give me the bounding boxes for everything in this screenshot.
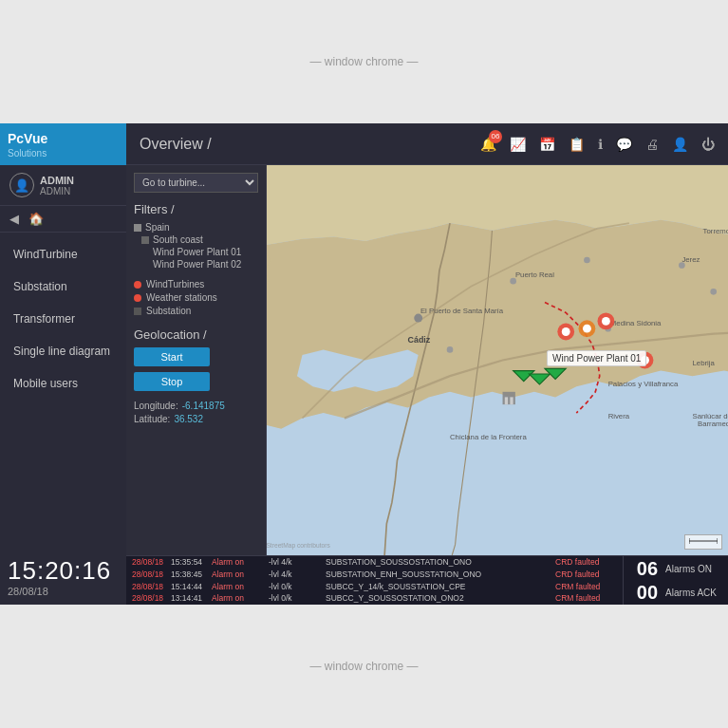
legend-windturbines: WindTurbines: [134, 279, 258, 289]
alarms-on-label: Alarms ON: [665, 564, 712, 574]
longitude-value: -6.141875: [182, 401, 225, 411]
svg-text:Medina Sidonia: Medina Sidonia: [610, 319, 662, 327]
svg-point-25: [562, 327, 570, 336]
home-icon[interactable]: 🏠: [28, 212, 44, 226]
coords-section: Longitude: -6.141875 Latitude: 36.532: [134, 401, 258, 424]
svg-text:Palacios y Villafranca: Palacios y Villafranca: [608, 380, 679, 388]
svg-text:Jerez: Jerez: [681, 255, 700, 264]
filter-wpp01[interactable]: Wind Power Plant 01: [134, 247, 258, 257]
left-panel: Go to turbine... Filters / Spain: [126, 165, 267, 555]
svg-text:© OpenStreetMap contributors: © OpenStreetMap contributors: [267, 542, 330, 550]
map-label-wpp01: Wind Power Plant 01: [547, 350, 646, 366]
filter-spain[interactable]: Spain: [134, 222, 258, 233]
svg-point-4: [447, 346, 454, 353]
sidebar-item-substation[interactable]: Substation: [0, 271, 126, 303]
svg-text:El Puerto de Santa María: El Puerto de Santa María: [420, 307, 504, 315]
turbine-dropdown[interactable]: Go to turbine...: [134, 173, 258, 193]
info-icon[interactable]: ℹ: [598, 137, 603, 152]
svg-point-27: [583, 325, 591, 333]
legend-section: WindTurbines Weather stations Substation: [134, 279, 258, 316]
svg-text:Torremolinos: Torremolinos: [703, 227, 728, 235]
latitude-label: Latitude:: [134, 414, 170, 424]
calendar-icon[interactable]: 📅: [539, 137, 555, 152]
sidebar-item-mobileusers[interactable]: Mobile users: [0, 367, 126, 400]
notification-badge: 06: [489, 130, 502, 143]
user-role: ADMIN: [40, 186, 74, 196]
svg-text:Barrameda: Barrameda: [698, 420, 728, 428]
alarms-on-count: 06: [635, 558, 658, 580]
content-area: Overview / 🔔 06 📈 📅 📋 ℹ 💬 🖨 👤 ⏻: [126, 123, 728, 605]
legend-substation: Substation: [134, 306, 258, 316]
clipboard-icon[interactable]: 📋: [569, 137, 585, 152]
sidebar-item-transformer[interactable]: Transformer: [0, 303, 126, 335]
svg-point-3: [584, 257, 590, 264]
svg-text:Sanlúcar de: Sanlúcar de: [693, 412, 729, 420]
time-display: 15:20:16: [8, 556, 119, 586]
latitude-value: 36.532: [174, 414, 203, 424]
sidebar-item-singleline[interactable]: Single line diagram: [0, 335, 126, 367]
print-icon[interactable]: 🖨: [645, 137, 659, 152]
notification-bell[interactable]: 🔔 06: [480, 136, 496, 153]
bottom-bar: 28/08/18 15:35:54 Alarm on -lvl 4/k SUBS…: [126, 555, 728, 605]
alarm-row-2: 28/08/18 15:38:45 Alarm on -lvl 4/k SUBS…: [132, 569, 617, 581]
clock-area: 15:20:16 28/08/18: [0, 549, 126, 605]
sidebar-menu: WindTurbine Substation Transformer Singl…: [0, 233, 126, 549]
alarm-row-4: 28/08/18 13:14:41 Alarm on -lvl 0/k SUBC…: [132, 592, 617, 605]
alarms-ack-count: 00: [635, 582, 658, 604]
filters-title: Filters /: [134, 202, 258, 216]
map-area[interactable]: El Puerto de Santa María Puerto Real Cád…: [267, 165, 728, 555]
user-icon[interactable]: 👤: [672, 137, 688, 152]
legend-weatherstations: Weather stations: [134, 292, 258, 303]
svg-point-7: [710, 289, 717, 295]
sidebar-item-windturbine[interactable]: WindTurbine: [0, 238, 126, 271]
alarm-row-3: 28/08/18 15:14:44 Alarm on -lvl 0/k SUBC…: [132, 581, 617, 593]
start-button[interactable]: Start: [134, 347, 210, 366]
back-icon[interactable]: ◀: [9, 212, 19, 226]
logo-pcvue: PcVue: [8, 131, 47, 146]
logo: PcVue Solutions: [0, 123, 126, 165]
svg-text:Cádiz: Cádiz: [408, 335, 431, 345]
page-title: Overview /: [140, 136, 469, 153]
svg-point-1: [414, 314, 422, 323]
date-display: 28/08/18: [8, 586, 119, 597]
svg-rect-33: [505, 397, 508, 404]
user-name: ADMIN: [40, 175, 74, 186]
content-body: Go to turbine... Filters / Spain: [126, 165, 728, 555]
sidebar: PcVue Solutions 👤 ADMIN ADMIN ◀ 🏠 WindTu…: [0, 123, 126, 605]
map-svg: El Puerto de Santa María Puerto Real Cád…: [267, 165, 728, 555]
alarm-row-1: 28/08/18 15:35:54 Alarm on -lvl 4/k SUBS…: [132, 556, 617, 569]
geolocation-title: Geolocation /: [134, 327, 258, 342]
stop-button[interactable]: Stop: [134, 372, 210, 391]
longitude-label: Longitude:: [134, 401, 178, 411]
svg-text:Chiclana de la Frontera: Chiclana de la Frontera: [450, 433, 527, 441]
content-header: Overview / 🔔 06 📈 📅 📋 ℹ 💬 🖨 👤 ⏻: [126, 123, 728, 165]
header-icons: 🔔 06 📈 📅 📋 ℹ 💬 🖨 👤 ⏻: [480, 136, 715, 153]
map-scale: [684, 534, 722, 550]
filter-tree: Spain South coast Wind Power Plant 01 Wi…: [134, 222, 258, 270]
avatar: 👤: [9, 173, 34, 197]
logo-solutions: Solutions: [8, 148, 47, 159]
alarms-ack-label: Alarms ACK: [665, 588, 717, 598]
svg-text:Lebrija: Lebrija: [693, 359, 716, 367]
svg-rect-32: [503, 392, 515, 404]
svg-text:Puerto Real: Puerto Real: [515, 271, 554, 279]
message-icon[interactable]: 💬: [616, 137, 632, 152]
svg-text:Rivera: Rivera: [608, 412, 630, 420]
alarm-counts: 06 Alarms ON 00 Alarms ACK: [623, 556, 728, 605]
svg-point-29: [602, 317, 610, 326]
user-area: 👤 ADMIN ADMIN: [0, 165, 126, 206]
svg-rect-34: [510, 397, 513, 404]
alarm-log: 28/08/18 15:35:54 Alarm on -lvl 4/k SUBS…: [126, 556, 623, 605]
power-icon[interactable]: ⏻: [701, 137, 715, 152]
chart-icon[interactable]: 📈: [510, 137, 526, 152]
filter-wpp02[interactable]: Wind Power Plant 02: [134, 259, 258, 270]
svg-point-2: [510, 278, 516, 285]
filter-southcoast[interactable]: South coast: [134, 234, 258, 245]
